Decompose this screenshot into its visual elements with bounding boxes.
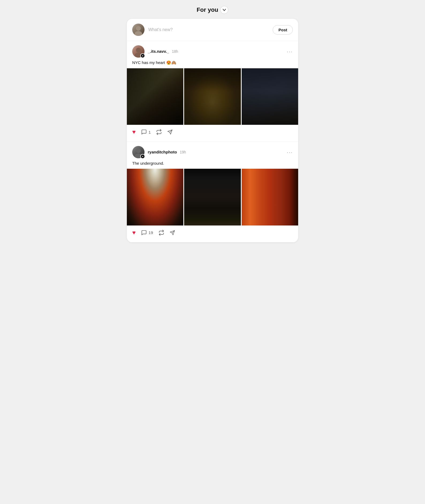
comment-button[interactable]: 19 bbox=[141, 230, 153, 236]
post-user-meta: ryanditchphoto 19h bbox=[148, 150, 186, 155]
photo-cell[interactable] bbox=[184, 169, 241, 225]
photo-cell[interactable] bbox=[127, 169, 183, 225]
comment-count: 19 bbox=[149, 230, 153, 235]
post-time: 19h bbox=[180, 150, 186, 154]
send-icon bbox=[167, 129, 173, 135]
post-header: + ryanditchphoto 19h ··· bbox=[127, 142, 298, 161]
avatar-wrap: + bbox=[132, 45, 145, 58]
photo-cell[interactable] bbox=[184, 68, 241, 125]
feed-container: What's new? Post + _.its.navv._ 18h bbox=[127, 19, 298, 242]
repost-icon bbox=[156, 129, 162, 135]
photo-cell[interactable] bbox=[242, 68, 298, 125]
share-button[interactable] bbox=[170, 230, 175, 235]
more-options-button[interactable]: ··· bbox=[287, 149, 293, 155]
compose-bar: What's new? Post bbox=[127, 19, 298, 41]
more-options-button[interactable]: ··· bbox=[287, 49, 293, 54]
comment-icon bbox=[141, 230, 147, 236]
chevron-down-icon bbox=[222, 8, 226, 12]
comment-icon bbox=[141, 129, 147, 135]
post-username[interactable]: _.its.navv._ bbox=[148, 49, 169, 54]
photo-underground-tunnel bbox=[242, 169, 298, 225]
send-icon bbox=[170, 230, 175, 235]
photo-underground-escalator bbox=[127, 169, 183, 225]
svg-point-1 bbox=[135, 31, 142, 36]
repost-button[interactable] bbox=[158, 230, 164, 236]
avatar-wrap: + bbox=[132, 146, 145, 158]
post-item: + _.its.navv._ 18h ··· NYC has my heart … bbox=[127, 41, 298, 142]
photo-baker-street bbox=[184, 169, 241, 225]
post-user-info: + _.its.navv._ 18h bbox=[132, 45, 178, 58]
compose-placeholder[interactable]: What's new? bbox=[148, 27, 269, 32]
post-caption: The underground. bbox=[127, 161, 298, 169]
svg-point-2 bbox=[136, 48, 141, 52]
heart-icon: ♥ bbox=[132, 229, 136, 236]
post-actions: ♥ 1 bbox=[127, 125, 298, 140]
post-caption: NYC has my heart 😍🙈 bbox=[127, 60, 298, 68]
follow-plus-badge[interactable]: + bbox=[140, 154, 145, 159]
post-time: 18h bbox=[172, 49, 178, 54]
photo-nyc-fifthave bbox=[242, 68, 298, 125]
feed-title: For you bbox=[197, 6, 218, 13]
repost-button[interactable] bbox=[156, 129, 162, 135]
post-button[interactable]: Post bbox=[273, 25, 293, 35]
comment-button[interactable]: 1 bbox=[141, 129, 151, 135]
photo-nyc-skyline bbox=[184, 68, 241, 125]
heart-icon: ♥ bbox=[132, 129, 136, 136]
feed-header: For you bbox=[0, 0, 425, 19]
like-button[interactable]: ♥ bbox=[132, 229, 136, 236]
avatar bbox=[132, 24, 145, 36]
feed-dropdown-button[interactable] bbox=[220, 6, 228, 14]
photo-cell[interactable] bbox=[127, 68, 183, 125]
like-button[interactable]: ♥ bbox=[132, 129, 136, 136]
comment-count: 1 bbox=[149, 130, 151, 134]
svg-point-6 bbox=[136, 148, 141, 153]
post-header: + _.its.navv._ 18h ··· bbox=[127, 41, 298, 60]
photo-nyc-street bbox=[127, 68, 183, 125]
photo-cell[interactable] bbox=[242, 169, 298, 225]
user-avatar-icon bbox=[132, 24, 145, 36]
share-button[interactable] bbox=[167, 129, 173, 135]
svg-point-0 bbox=[136, 26, 141, 31]
post-user-meta: _.its.navv._ 18h bbox=[148, 49, 178, 54]
post-user-info: + ryanditchphoto 19h bbox=[132, 146, 186, 158]
post-username[interactable]: ryanditchphoto bbox=[148, 150, 177, 154]
post-actions: ♥ 19 bbox=[127, 225, 298, 241]
photo-grid bbox=[127, 169, 298, 225]
follow-plus-badge[interactable]: + bbox=[140, 53, 145, 58]
post-item: + ryanditchphoto 19h ··· The underground… bbox=[127, 142, 298, 242]
photo-grid bbox=[127, 68, 298, 125]
repost-icon bbox=[158, 230, 164, 236]
